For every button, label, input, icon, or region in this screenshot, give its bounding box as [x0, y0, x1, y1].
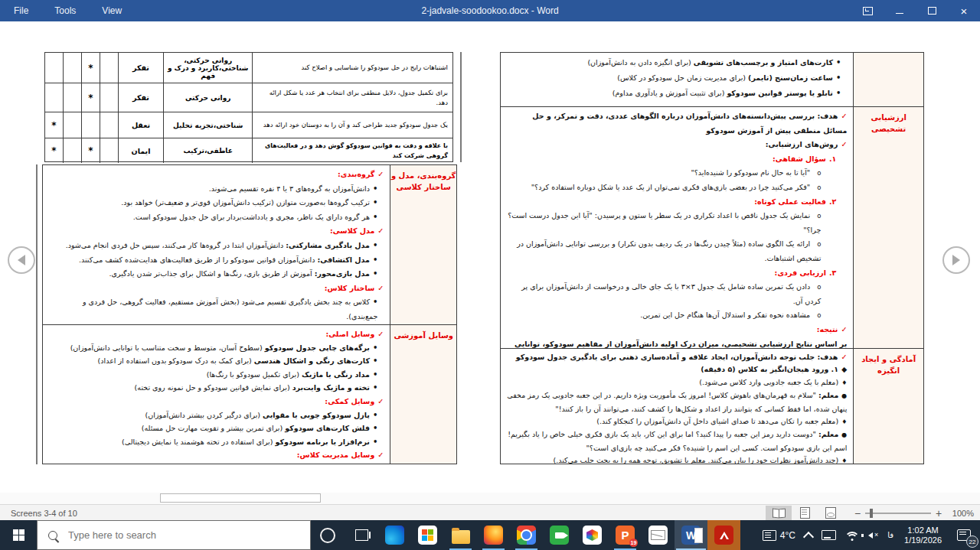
zoom-in-button[interactable]: + [933, 507, 945, 519]
zoom-slider-thumb[interactable] [870, 509, 873, 518]
scrollbar-thumb[interactable] [160, 493, 321, 503]
objective-desc-cell: یک جدول سودوکو جدید طراحی کند و آن را به… [253, 112, 452, 138]
line-marker: • [373, 241, 377, 249]
zoom-slider[interactable] [865, 513, 931, 514]
line-text: "آیا تا به حال نام سودوکو را شنیده‌اید؟" [691, 168, 810, 177]
web-layout-button[interactable] [818, 506, 844, 521]
line-marker: • [373, 370, 377, 379]
doc-line: oارائه یک الگوی ساده (مثلاً چیدن رنگ‌ها … [507, 237, 847, 265]
word-button[interactable]: W [675, 520, 707, 550]
touch-keyboard-button[interactable] [817, 520, 841, 550]
title-bar: File Tools View 2-jadvale-soodookoo.docx… [0, 0, 980, 21]
line-marker: ● [841, 431, 847, 438]
diagnostic-assessment-content: ✓هدف: بررسی پیش‌دانسته‌های دانش‌آموزان د… [501, 107, 853, 348]
right-page-table: •کارت‌های امتیاز و برچسب‌های تشویقی (برا… [500, 52, 924, 464]
time: 1:02 AM [907, 526, 938, 535]
objective-mark-cell: * [82, 83, 100, 112]
line-bold-text: کارت‌های رنگی و اشکال هندسی [254, 356, 370, 365]
screen-recorder-button[interactable] [543, 520, 576, 550]
diagnostic-assessment-row: ✓هدف: بررسی پیش‌دانسته‌های دانش‌آموزان د… [501, 107, 923, 349]
print-layout-button[interactable] [792, 506, 818, 521]
mail-button[interactable] [642, 520, 675, 550]
objectives-row: **ایمانعاطفی،ترکیببا علاقه و دقت به قوان… [45, 138, 452, 163]
menu-tools[interactable]: Tools [54, 5, 76, 16]
objective-mark-cell [64, 53, 82, 83]
task-view-icon [355, 529, 368, 541]
file-explorer-button[interactable] [444, 520, 477, 550]
line-bold-text: نرم‌افزار یا برنامه سودوکو [276, 438, 370, 446]
horizontal-scrollbar[interactable] [0, 493, 980, 504]
acrobat-button[interactable] [707, 520, 740, 550]
firefox-button[interactable] [477, 520, 510, 550]
line-text: جلب توجه دانش‌آموزان، ایجاد علاقه و آماد… [516, 353, 818, 361]
network-button[interactable] [841, 520, 864, 550]
edge-button[interactable] [378, 520, 411, 550]
cortana-button[interactable] [311, 520, 345, 550]
acrobat-icon [714, 526, 733, 545]
taskbar-search[interactable] [37, 520, 311, 550]
chrome-button[interactable] [510, 520, 543, 550]
minimize-button[interactable] [884, 0, 916, 21]
doc-line: •کارت‌های امتیاز و برچسب‌های تشویقی (برا… [507, 55, 847, 70]
line-marker: ✓ [841, 325, 847, 334]
line-bold-text: برگه‌های چاپی جدول سودوکو [265, 343, 370, 352]
clock[interactable]: 1:02 AM 1/19/2026 [898, 520, 948, 550]
design-app-button[interactable] [576, 520, 609, 550]
line-text: مشاهده نحوه تفکر و استدلال آن‌ها هنگام ح… [640, 311, 810, 319]
task-view-button[interactable] [345, 520, 378, 550]
restore-button[interactable] [916, 0, 948, 21]
notification-center-button[interactable]: 22 [948, 520, 980, 550]
exit-fullscreen-button[interactable] [851, 0, 884, 21]
objective-category-cell: تفکر [119, 53, 165, 83]
show-hidden-icons-button[interactable] [800, 520, 817, 550]
menu-file[interactable]: File [14, 5, 28, 16]
line-text: "فکر می‌کنید چرا در بعضی بازی‌های فکری ن… [531, 183, 810, 191]
doc-line: ♦(چند دانش‌آموز نظرات خود را بیان می‌کنن… [507, 454, 847, 464]
volume-button[interactable]: × [864, 520, 883, 550]
zoom-out-button[interactable]: − [851, 507, 864, 519]
motivation-label: آمادگی و ایجاد انگیزه [853, 349, 923, 464]
close-button[interactable]: × [948, 0, 980, 21]
search-input[interactable] [67, 529, 284, 542]
objective-domain-cell: روانی حرکتی [164, 83, 253, 112]
weather-widget[interactable]: 4°C [758, 520, 800, 550]
start-button[interactable] [0, 520, 37, 550]
doc-line: •تخته و ماژیک وایت‌برد (برای نمایش قوانی… [49, 381, 384, 395]
menu-view[interactable]: View [102, 5, 122, 16]
line-marker: o [817, 169, 821, 177]
doc-line: •پازل سودوکو چوبی یا مقوایی (برای درگیر … [49, 408, 384, 422]
next-screen-button[interactable] [942, 246, 970, 274]
wifi-icon [845, 530, 859, 540]
objectives-row: *تعقلشناختی،تجزیه تحلیلیک جدول سودوکو جد… [45, 112, 452, 138]
window-title: 2-jadvale-soodookoo.docx - Word [0, 5, 980, 16]
language-indicator[interactable]: فا [883, 520, 898, 550]
zoom-percentage[interactable]: 100% [945, 509, 974, 518]
taskbar: P19 W 4°C × فا 1:02 AM 1/19/2026 22 [0, 520, 980, 550]
line-marker: o [817, 240, 821, 248]
store-button[interactable] [411, 520, 444, 550]
line-marker: • [373, 269, 377, 278]
line-bold-text: مدل بازی‌محور: [315, 269, 370, 278]
line-bold-text: تابلو یا پوستر قوانین سودوکو [727, 89, 833, 97]
line-marker: • [373, 356, 377, 365]
line-marker: ✓ [377, 284, 384, 292]
doc-line: •ترکیب گروه‌ها به‌صورت متوازن (ترکیب دان… [49, 196, 384, 210]
line-text: فعالیت عملی کوتاه: [754, 197, 826, 206]
objectives-row: *تفکرروانی حرکتیبرای تکمیل جدول، دلایل م… [45, 83, 452, 112]
doc-line: ✓وسایل کمکی: [49, 395, 384, 408]
diagnostic-assessment-label: ارزشیابی تشخیصی [853, 107, 923, 348]
line-text: "سلام به قهرمان‌های باهوش کلاس! امروز یک… [507, 391, 847, 412]
read-mode-button[interactable] [766, 506, 792, 521]
doc-line: o"آیا تا به حال نام سودوکو را شنیده‌اید؟… [507, 166, 847, 181]
line-bold-text: معلم: [818, 391, 838, 399]
line-text: (برای مدیریت زمان حل سودوکو در کلاس) [617, 73, 748, 82]
doc-line: •فلش کارت‌های سودوکو (برای تمرین بیشتر و… [49, 421, 384, 435]
line-marker: ✓ [377, 226, 384, 235]
design-app-icon [583, 526, 602, 545]
line-marker: • [373, 343, 377, 352]
previous-screen-button[interactable] [8, 246, 35, 274]
doc-line: o"فکر می‌کنید چرا در بعضی بازی‌های فکری … [507, 181, 847, 195]
line-marker: ۱. [829, 155, 836, 163]
restore-icon [928, 7, 936, 15]
p-app-button[interactable]: P19 [609, 520, 642, 550]
